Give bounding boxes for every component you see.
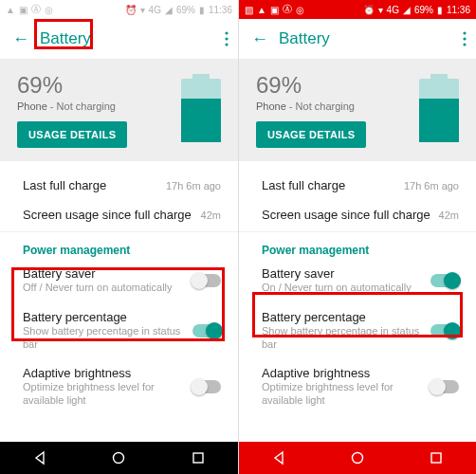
wifi-icon: ▾ <box>378 5 383 15</box>
row-label: Battery percentage <box>262 310 423 324</box>
page-title: Battery <box>279 29 330 48</box>
svg-rect-4 <box>193 453 203 463</box>
svg-point-0 <box>225 31 228 34</box>
row-meta: 42m <box>201 210 221 221</box>
row-screen-usage[interactable]: Screen usage since full charge 42m <box>239 200 476 229</box>
svg-point-7 <box>463 43 466 46</box>
section-power-management: Power management <box>239 234 476 259</box>
app-bar: ← Battery <box>239 19 476 59</box>
row-meta: 42m <box>439 210 459 221</box>
battery-hero: 69% Phone - Not charging USAGE DETAILS <box>239 59 476 161</box>
row-battery-percentage[interactable]: Battery percentage Show battery percenta… <box>239 302 476 359</box>
row-label: Battery percentage <box>23 310 185 324</box>
back-button[interactable]: ← <box>8 29 34 49</box>
battery-saver-toggle[interactable] <box>430 274 459 287</box>
clock-label: 11:36 <box>447 5 470 15</box>
row-last-full-charge[interactable]: Last full charge 17h 6m ago <box>239 171 476 200</box>
nav-recents-button[interactable] <box>429 450 444 465</box>
battery-percentage-toggle[interactable] <box>430 324 459 337</box>
card-icon: ▣ <box>270 5 279 15</box>
nav-home-button[interactable] <box>111 450 126 465</box>
battery-saver-toggle[interactable] <box>192 274 221 287</box>
row-screen-usage[interactable]: Screen usage since full charge 42m <box>0 200 238 229</box>
battery-icon <box>181 74 221 142</box>
row-label: Screen usage since full charge <box>23 208 193 222</box>
target-icon: ◎ <box>296 5 304 15</box>
alarm-icon: ⏰ <box>125 5 137 15</box>
status-bar: ▲ ▣ Ⓐ ◎ ⏰ ▾ 4G ◢ 69% ▮ 11:36 <box>0 0 238 19</box>
network-label: 4G <box>387 5 399 15</box>
row-sublabel: On / Never turn on automatically <box>262 282 423 295</box>
row-label: Battery saver <box>23 266 185 281</box>
nav-recents-button[interactable] <box>191 450 206 465</box>
card-icon: ▣ <box>19 5 27 15</box>
row-sublabel: Optimize brightness level for available … <box>262 381 423 408</box>
network-label: 4G <box>149 5 161 15</box>
phone-right: ▧ ▲ ▣ Ⓐ ◎ ⏰ ▾ 4G ◢ 69% ▮ 11:36 ← Battery <box>238 0 476 474</box>
row-label: Last full charge <box>23 178 158 192</box>
row-adaptive-brightness[interactable]: Adaptive brightness Optimize brightness … <box>0 358 238 415</box>
adaptive-brightness-toggle[interactable] <box>430 380 459 393</box>
wifi-icon: ▾ <box>140 5 145 15</box>
row-sublabel: Off / Never turn on automatically <box>23 282 185 295</box>
warning-icon: ▲ <box>6 5 15 15</box>
battery-status-icon: ▮ <box>199 5 205 15</box>
back-button[interactable]: ← <box>247 29 273 49</box>
picture-icon: ▧ <box>245 5 253 15</box>
svg-point-8 <box>352 453 362 464</box>
svg-point-6 <box>463 37 466 40</box>
row-adaptive-brightness[interactable]: Adaptive brightness Optimize brightness … <box>239 358 476 415</box>
battery-percentage-toggle[interactable] <box>192 324 221 337</box>
row-label: Last full charge <box>262 178 396 192</box>
row-label: Screen usage since full charge <box>262 208 431 222</box>
nav-home-button[interactable] <box>350 450 365 465</box>
row-label: Adaptive brightness <box>262 366 423 380</box>
overflow-menu-button[interactable] <box>225 31 229 46</box>
app-bar: ← Battery <box>0 19 238 59</box>
target-icon: ◎ <box>45 5 53 15</box>
usage-details-button[interactable]: USAGE DETAILS <box>17 121 127 148</box>
a-icon: Ⓐ <box>31 3 41 16</box>
svg-point-2 <box>225 43 228 46</box>
row-sublabel: Show battery percentage in status bar <box>262 325 423 352</box>
row-battery-percentage[interactable]: Battery percentage Show battery percenta… <box>0 302 238 359</box>
alarm-icon: ⏰ <box>363 5 375 15</box>
a-icon: Ⓐ <box>283 3 292 16</box>
status-bar: ▧ ▲ ▣ Ⓐ ◎ ⏰ ▾ 4G ◢ 69% ▮ 11:36 <box>239 0 476 19</box>
nav-back-button[interactable] <box>271 450 286 465</box>
adaptive-brightness-toggle[interactable] <box>192 380 221 393</box>
svg-point-5 <box>463 31 466 34</box>
battery-percentage: 69% <box>256 72 302 99</box>
warning-icon: ▲ <box>257 5 266 15</box>
page-title: Battery <box>40 29 91 48</box>
settings-list: Last full charge 17h 6m ago Screen usage… <box>0 171 238 442</box>
row-label: Adaptive brightness <box>23 366 185 380</box>
battery-status-icon: ▮ <box>437 5 443 15</box>
signal-icon: ◢ <box>403 5 411 15</box>
battery-icon <box>419 74 459 142</box>
row-meta: 17h 6m ago <box>404 180 459 191</box>
svg-point-3 <box>114 453 124 464</box>
battery-percentage: 69% <box>17 72 63 99</box>
signal-icon: ◢ <box>165 5 173 15</box>
row-last-full-charge[interactable]: Last full charge 17h 6m ago <box>0 171 238 200</box>
usage-details-button[interactable]: USAGE DETAILS <box>256 121 366 148</box>
overflow-menu-button[interactable] <box>463 31 467 46</box>
row-battery-saver[interactable]: Battery saver Off / Never turn on automa… <box>0 259 238 302</box>
row-meta: 17h 6m ago <box>166 180 221 191</box>
battery-hero: 69% Phone - Not charging USAGE DETAILS <box>0 59 238 161</box>
svg-rect-9 <box>431 453 441 463</box>
row-sublabel: Show battery percentage in status bar <box>23 325 185 352</box>
nav-bar <box>239 442 476 474</box>
battery-pct-label: 69% <box>176 5 195 15</box>
settings-list: Last full charge 17h 6m ago Screen usage… <box>239 171 476 442</box>
row-label: Battery saver <box>262 266 423 281</box>
svg-point-1 <box>225 37 228 40</box>
section-power-management: Power management <box>0 234 238 259</box>
nav-bar <box>0 442 238 474</box>
row-battery-saver[interactable]: Battery saver On / Never turn on automat… <box>239 259 476 302</box>
row-sublabel: Optimize brightness level for available … <box>23 381 185 408</box>
nav-back-button[interactable] <box>32 450 47 465</box>
charging-status: Phone - Not charging <box>256 100 355 112</box>
charging-status: Phone - Not charging <box>17 100 116 112</box>
